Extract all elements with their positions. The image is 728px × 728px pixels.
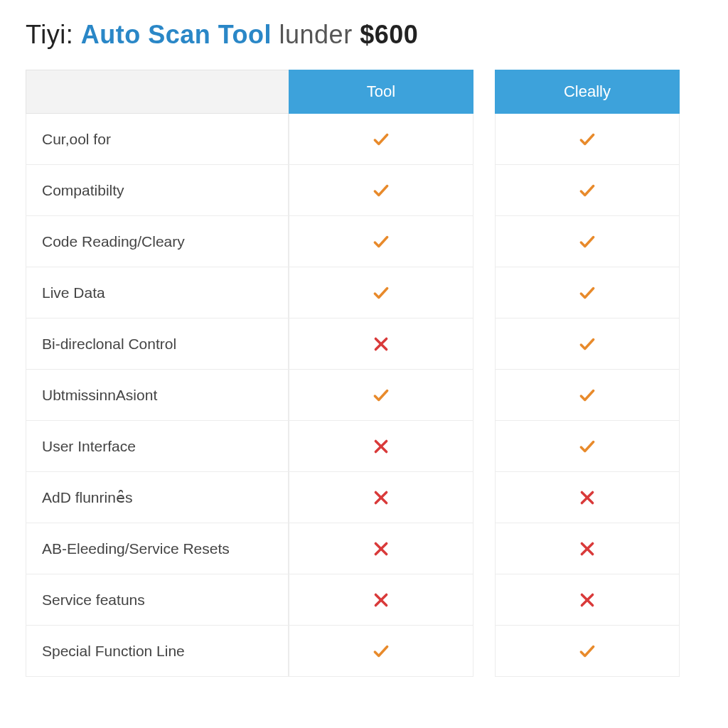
row-label-text: User Interface [42,438,136,455]
row-gap [473,216,495,267]
column-header-tool: Tool [289,70,473,114]
cross-icon [372,335,390,353]
row-gap [473,472,495,523]
check-icon [578,181,596,200]
cell-cleally [495,370,680,421]
row-label: AdD flunrinȇs [26,472,289,523]
title-under: lunder [279,20,353,49]
row-gap [473,421,495,472]
cell-cleally [495,114,680,165]
row-gap [473,626,495,677]
row-label: Bi-direclonal Control [26,318,289,370]
check-icon [578,335,596,353]
row-gap [473,114,495,165]
check-icon [372,386,390,405]
cell-tool [289,574,473,626]
check-icon [578,284,596,302]
cell-tool [289,267,473,318]
row-label-text: Live Data [42,284,105,301]
row-gap [473,523,495,574]
row-label: Live Data [26,267,289,318]
title-pre: Tiyі: [26,20,73,49]
row-gap [473,574,495,626]
cell-tool [289,165,473,216]
cell-tool [289,421,473,472]
cell-tool [289,370,473,421]
column-header-cleally: Cleally [495,70,680,114]
check-icon [578,232,596,251]
row-label-text: Bi-direclonal Control [42,336,176,353]
cell-tool [289,472,473,523]
check-icon [372,181,390,200]
check-icon [578,437,596,456]
cell-cleally [495,523,680,574]
cell-cleally [495,421,680,472]
cell-tool [289,216,473,267]
title-tool: Tool [218,20,272,49]
cell-cleally [495,267,680,318]
row-label-text: Special Function Line [42,643,185,660]
header-blank [26,70,289,114]
row-label-text: Cur,ool for [42,131,111,148]
cell-cleally [495,165,680,216]
row-label: Cur,ool for [26,114,289,165]
row-label: Service featuns [26,574,289,626]
title-auto: Auto [81,20,141,49]
cell-tool [289,114,473,165]
cell-cleally [495,626,680,677]
row-label: AB-Eleeding/Service Resets [26,523,289,574]
page-title: Tiyі: Auto Scan Tool lunder $600 [26,20,702,50]
cross-icon [372,591,390,609]
row-gap [473,267,495,318]
cell-tool [289,626,473,677]
check-icon [372,642,390,660]
check-icon [372,130,390,149]
header-gap [473,70,495,114]
row-label: Compatibilty [26,165,289,216]
row-label-text: AdD flunrinȇs [42,489,132,506]
check-icon [372,232,390,251]
row-gap [473,165,495,216]
cross-icon [578,591,596,609]
row-label-text: AB-Eleeding/Service Resets [42,540,230,557]
cross-icon [372,437,390,456]
row-label: Special Function Line [26,626,289,677]
column-header-tool-label: Tool [367,82,395,101]
row-label-text: UbtmissinnAsiont [42,387,157,404]
cell-cleally [495,216,680,267]
row-label: UbtmissinnAsiont [26,370,289,421]
check-icon [372,284,390,302]
check-icon [578,130,596,149]
row-label-text: Code Reading/Cleary [42,233,185,250]
row-label-text: Compatibilty [42,182,124,199]
cross-icon [578,540,596,558]
row-gap [473,318,495,370]
cell-tool [289,318,473,370]
cross-icon [372,488,390,507]
title-price: $600 [360,20,418,49]
cell-cleally [495,318,680,370]
cell-cleally [495,574,680,626]
column-header-cleally-label: Cleally [564,82,611,101]
cross-icon [372,540,390,558]
row-label: User Interface [26,421,289,472]
row-gap [473,370,495,421]
cell-cleally [495,472,680,523]
row-label: Code Reading/Cleary [26,216,289,267]
check-icon [578,386,596,405]
row-label-text: Service featuns [42,592,145,609]
check-icon [578,642,596,660]
comparison-table: Tool Cleally Cur,ool forCompatibiltyCode… [26,70,702,677]
cross-icon [578,488,596,507]
cell-tool [289,523,473,574]
title-scan: Scan [148,20,210,49]
